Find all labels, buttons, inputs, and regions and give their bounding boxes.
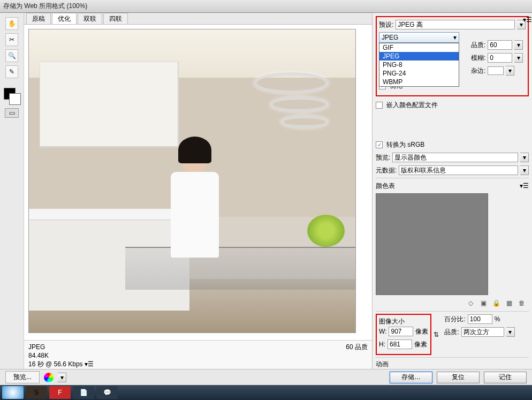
task-app-2[interactable]: F (49, 386, 71, 399)
imagesize-label: 图像大小 (379, 317, 428, 326)
preset-field[interactable] (396, 20, 515, 29)
height-label: H: (379, 341, 385, 348)
blur-field[interactable] (488, 53, 512, 63)
percent-field[interactable] (468, 314, 492, 324)
info-format: JPEG (28, 343, 368, 351)
height-field[interactable] (387, 339, 412, 349)
colortable-label: 颜色表 (376, 182, 395, 191)
ct-lock-icon[interactable]: 🔒 (492, 299, 500, 307)
preview-field[interactable] (392, 153, 518, 162)
format-dropdown-list: GIF JPEG PNG-8 PNG-24 WBMP (379, 43, 459, 87)
canvas-wrap (24, 25, 372, 340)
chevron-down-icon: ▾ (453, 34, 457, 41)
info-quality: 60 品质 (346, 343, 368, 351)
format-option-gif[interactable]: GIF (379, 43, 459, 52)
embed-profile-checkbox[interactable] (376, 102, 383, 109)
blur-stepper-icon[interactable]: ▾ (514, 53, 523, 63)
imagesize-callout: 图像大小 W:像素 H:像素 (376, 314, 431, 355)
background-swatch[interactable] (9, 93, 21, 105)
metadata-dropdown-icon[interactable]: ▾ (520, 165, 529, 175)
image-info: 60 品质 JPEG 84.48K 16 秒 @ 56.6 Kbps ▾☰ (24, 340, 372, 370)
preset-label: 预设: (379, 20, 393, 29)
ct-new-icon[interactable]: ▦ (505, 299, 513, 307)
reset-button[interactable]: 复位 (437, 372, 480, 383)
resample-label: 品质: (444, 328, 459, 337)
srgb-label: 转换为 sRGB (386, 140, 424, 149)
save-button[interactable]: 存储… (390, 372, 432, 383)
blur-label: 模糊: (471, 54, 485, 63)
quality-label: 品质: (471, 41, 485, 50)
format-option-png8[interactable]: PNG-8 (379, 61, 459, 69)
flyout-icon[interactable]: ▾☰ (85, 360, 94, 368)
ct-trash-icon[interactable]: 🗑 (518, 299, 526, 307)
task-app-4[interactable]: 💬 (96, 386, 118, 399)
format-combo[interactable]: JPEG▾ GIF JPEG PNG-8 PNG-24 WBMP (379, 32, 459, 43)
embed-profile-label: 嵌入颜色配置文件 (386, 101, 438, 110)
quality-stepper-icon[interactable]: ▾ (514, 40, 523, 50)
browser-preview-icon[interactable] (44, 373, 54, 382)
task-app-3[interactable]: 📄 (73, 386, 94, 399)
hand-tool[interactable]: ✋ (5, 17, 18, 30)
zoom-tool[interactable]: 🔍 (5, 49, 18, 62)
quality-field[interactable] (488, 40, 512, 50)
view-tabs: 原稿 优化 双联 四联 (24, 13, 372, 25)
tab-original[interactable]: 原稿 (26, 13, 51, 24)
preview-area: 原稿 优化 双联 四联 60 品质 JPEG 84.48K 16 秒 (24, 13, 373, 385)
info-time: 16 秒 @ 56.6 Kbps (28, 360, 83, 368)
task-app-1[interactable]: S (26, 386, 47, 399)
ct-cube-icon[interactable]: ▣ (480, 299, 487, 307)
preview-button[interactable]: 预览... (5, 371, 40, 383)
animation-label: 动画 (376, 360, 529, 369)
format-option-png24[interactable]: PNG-24 (379, 69, 459, 78)
metadata-label: 元数据: (376, 166, 397, 175)
width-label: W: (379, 328, 386, 335)
format-option-wbmp[interactable]: WBMP (379, 78, 459, 86)
tab-4up[interactable]: 四联 (103, 13, 128, 24)
format-option-jpeg[interactable]: JPEG (379, 52, 459, 61)
panel-menu-icon[interactable]: ▾☰ (523, 16, 531, 24)
tab-optimized[interactable]: 优化 (52, 13, 77, 24)
browser-dropdown-icon[interactable]: ▾ (58, 373, 66, 382)
colortable-menu-icon[interactable]: ▾☰ (520, 182, 528, 190)
link-icon[interactable]: ⇅ (434, 331, 439, 338)
percent-label: 百分比: (444, 315, 465, 324)
resample-field[interactable] (461, 327, 504, 337)
titlebar: 存储为 Web 所用格式 (100%) (0, 0, 532, 13)
resample-dropdown-icon[interactable]: ▾ (506, 327, 515, 337)
image-canvas[interactable] (28, 29, 356, 333)
preview-dropdown-icon[interactable]: ▾ (520, 153, 529, 162)
px-label-1: 像素 (415, 327, 428, 336)
percent-sign: % (495, 315, 500, 323)
footer-bar: 预览... ▾ 存储… 复位 记住 (0, 369, 532, 385)
metadata-field[interactable] (399, 165, 518, 175)
remember-button[interactable]: 记住 (484, 372, 527, 383)
format-selected[interactable]: JPEG▾ (379, 32, 459, 43)
tab-2up[interactable]: 双联 (78, 13, 102, 24)
taskbar: S F 📄 💬 (0, 385, 532, 400)
matte-swatch[interactable] (488, 66, 504, 75)
colortable-toolbar: ◇ ▣ 🔒 ▦ 🗑 (376, 297, 529, 309)
tool-column: ✋ ✂ 🔍 ✎ ▭ (0, 13, 24, 385)
matte-dropdown-icon[interactable]: ▾ (506, 66, 514, 76)
width-field[interactable] (389, 327, 413, 336)
info-size: 84.48K (28, 351, 368, 360)
start-button[interactable] (2, 386, 24, 399)
window-title: 存储为 Web 所用格式 (100%) (3, 2, 87, 11)
settings-panel: ▾☰ 预设: ▾ JPEG▾ GIF JPEG PNG-8 PNG-24 WBM… (373, 13, 532, 385)
color-table[interactable] (376, 193, 488, 295)
px-label-2: 像素 (414, 340, 427, 349)
ct-diamond-icon[interactable]: ◇ (467, 299, 474, 307)
eyedropper-tool[interactable]: ✎ (5, 65, 18, 78)
matte-label: 杂边: (471, 66, 485, 76)
preview-label: 预览: (376, 153, 390, 162)
slice-visibility-toggle[interactable]: ▭ (5, 108, 19, 118)
srgb-checkbox[interactable] (376, 141, 383, 148)
slice-tool[interactable]: ✂ (5, 33, 18, 46)
